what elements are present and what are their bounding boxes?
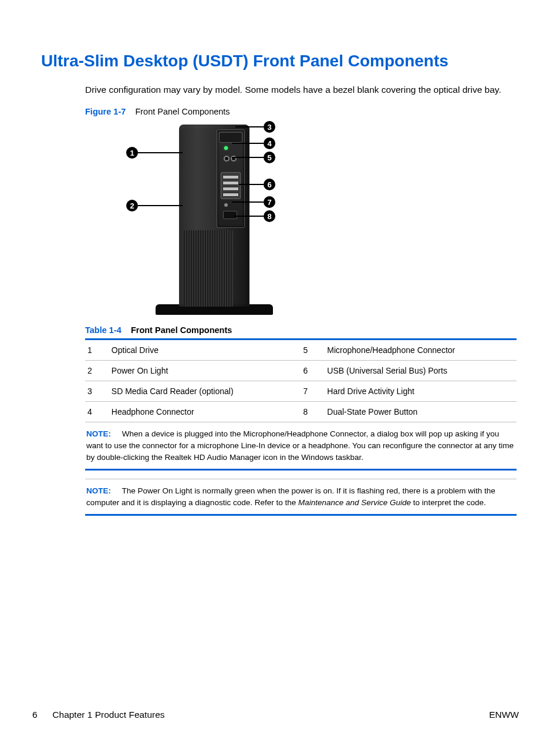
- callout-5: 5: [264, 152, 275, 163]
- table-row: 3 SD Media Card Reader (optional) 7 Hard…: [85, 381, 517, 402]
- chapter-label: Chapter 1 Product Features: [52, 710, 164, 720]
- callout-6: 6: [264, 179, 275, 190]
- table-row: 1 Optical Drive 5 Microphone/Headphone C…: [85, 340, 517, 361]
- page-footer: 6 Chapter 1 Product Features ENWW: [32, 710, 519, 720]
- footer-right: ENWW: [489, 710, 519, 720]
- figure-caption: Figure 1-7 Front Panel Components: [85, 107, 519, 116]
- table-row: 2 Power On Light 6 USB (Universal Serial…: [85, 361, 517, 381]
- callout-8: 8: [264, 210, 275, 222]
- figure: 1 2 3 4 5 6 7 8: [85, 121, 519, 315]
- page-heading: Ultra-Slim Desktop (USDT) Front Panel Co…: [41, 52, 519, 70]
- callout-2: 2: [126, 200, 138, 211]
- callout-4: 4: [264, 137, 275, 149]
- note-label: NOTE:: [86, 429, 111, 438]
- figure-label: Figure 1-7: [85, 107, 126, 116]
- intro-paragraph: Drive configuration may vary by model. S…: [85, 83, 519, 96]
- callout-1: 1: [126, 147, 138, 159]
- table-row: 4 Headphone Connector 8 Dual-State Power…: [85, 402, 517, 422]
- table-title: Front Panel Components: [131, 325, 232, 335]
- note-text: When a device is plugged into the Microp…: [86, 429, 514, 461]
- figure-title: Front Panel Components: [135, 107, 230, 116]
- note-2: NOTE: The Power On Light is normally gre…: [85, 479, 517, 516]
- note-1: NOTE: When a device is plugged into the …: [85, 422, 517, 471]
- note-label: NOTE:: [86, 486, 111, 495]
- table-caption: Table 1-4 Front Panel Components: [85, 325, 519, 335]
- components-table: 1 Optical Drive 5 Microphone/Headphone C…: [85, 338, 517, 422]
- note-emphasis: Maintenance and Service Guide: [298, 498, 411, 507]
- note-text: to interpret the code.: [413, 498, 486, 507]
- callout-3: 3: [264, 121, 275, 133]
- callout-7: 7: [264, 196, 275, 208]
- table-label: Table 1-4: [85, 325, 122, 335]
- page-number: 6: [32, 710, 50, 720]
